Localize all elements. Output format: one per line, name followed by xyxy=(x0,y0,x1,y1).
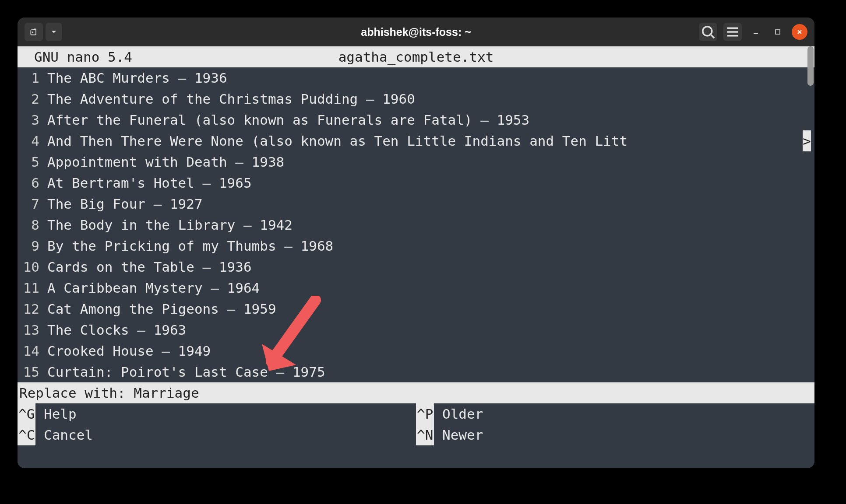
line-number: 14 xyxy=(18,340,39,361)
shortcut-key: ^C xyxy=(18,424,35,445)
line-number: 2 xyxy=(18,88,39,109)
terminal-viewport[interactable]: GNU nano 5.4 agatha_complete.txt 1The AB… xyxy=(18,46,814,468)
nano-header-bar: GNU nano 5.4 agatha_complete.txt xyxy=(18,46,814,67)
menu-button[interactable] xyxy=(723,23,742,41)
editor-line: 5Appointment with Death – 1938 xyxy=(18,151,814,172)
tab-dropdown-button[interactable] xyxy=(46,23,62,41)
editor-area[interactable]: 1The ABC Murders – 1936 2The Adventure o… xyxy=(18,67,814,382)
shortcut-label: Older xyxy=(434,403,483,424)
titlebar-left-controls xyxy=(25,23,62,41)
line-text: A Caribbean Mystery – 1964 xyxy=(39,277,260,298)
line-text: Curtain: Poirot's Last Case – 1975 xyxy=(39,361,325,382)
line-text: Cat Among the Pigeons – 1959 xyxy=(39,298,276,319)
replace-prompt-value: Marriage xyxy=(134,382,199,403)
nano-filename: agatha_complete.txt xyxy=(18,46,814,67)
search-icon xyxy=(699,23,717,41)
line-text: After the Funeral (also known as Funeral… xyxy=(39,109,529,130)
svg-point-1 xyxy=(703,27,712,36)
line-text: The ABC Murders – 1936 xyxy=(39,67,227,88)
line-text: The Big Four – 1927 xyxy=(39,193,203,214)
terminal-window: abhishek@its-foss: ~ xyxy=(18,18,814,468)
line-number: 3 xyxy=(18,109,39,130)
editor-line: 6At Bertram's Hotel – 1965 xyxy=(18,172,814,193)
line-text: The Adventure of the Christmas Pudding –… xyxy=(39,88,415,109)
line-number: 7 xyxy=(18,193,39,214)
hamburger-icon xyxy=(723,23,742,41)
shortcut-cancel: ^C Cancel xyxy=(18,424,416,445)
new-tab-icon xyxy=(29,28,38,36)
editor-line: 9By the Pricking of my Thumbs – 1968 xyxy=(18,235,814,256)
line-number: 5 xyxy=(18,151,39,172)
editor-line: 4And Then There Were None (also known as… xyxy=(18,130,814,151)
line-number: 11 xyxy=(18,277,39,298)
editor-line: 10Cards on the Table – 1936 xyxy=(18,256,814,277)
line-number: 9 xyxy=(18,235,39,256)
maximize-button[interactable] xyxy=(770,24,786,40)
shortcut-label: Newer xyxy=(434,424,483,445)
shortcut-key: ^G xyxy=(18,403,35,424)
editor-line: 7The Big Four – 1927 xyxy=(18,193,814,214)
line-number: 13 xyxy=(18,319,39,340)
line-text: Cards on the Table – 1936 xyxy=(39,256,252,277)
line-number: 1 xyxy=(18,67,39,88)
editor-line: 11A Caribbean Mystery – 1964 xyxy=(18,277,814,298)
shortcut-label: Help xyxy=(35,403,76,424)
shortcut-help: ^G Help xyxy=(18,403,416,424)
svg-rect-2 xyxy=(776,30,780,34)
svg-rect-0 xyxy=(31,30,36,35)
line-number: 8 xyxy=(18,214,39,235)
line-number: 12 xyxy=(18,298,39,319)
editor-line: 13The Clocks – 1963 xyxy=(18,319,814,340)
editor-line: 14Crooked House – 1949 xyxy=(18,340,814,361)
line-number: 6 xyxy=(18,172,39,193)
line-number: 4 xyxy=(18,130,39,151)
titlebar-right-controls xyxy=(699,23,807,41)
minimize-icon xyxy=(752,28,759,35)
close-icon xyxy=(797,29,803,35)
maximize-icon xyxy=(775,29,781,35)
line-text: Appointment with Death – 1938 xyxy=(39,151,284,172)
line-number: 10 xyxy=(18,256,39,277)
line-text: The Body in the Library – 1942 xyxy=(39,214,293,235)
chevron-down-icon xyxy=(49,28,58,36)
line-text: At Bertram's Hotel – 1965 xyxy=(39,172,252,193)
line-text: Crooked House – 1949 xyxy=(39,340,211,361)
close-button[interactable] xyxy=(792,24,807,40)
editor-line: 8The Body in the Library – 1942 xyxy=(18,214,814,235)
editor-line: 3After the Funeral (also known as Funera… xyxy=(18,109,814,130)
editor-line: 12Cat Among the Pigeons – 1959 xyxy=(18,298,814,319)
shortcut-bar: ^G Help ^P Older ^C Cancel ^N Newer xyxy=(18,403,814,445)
line-text: And Then There Were None (also known as … xyxy=(39,130,627,151)
line-number: 15 xyxy=(18,361,39,382)
line-continuation-marker: > xyxy=(803,130,811,151)
replace-prompt-label: Replace with: xyxy=(19,382,134,403)
shortcut-key: ^P xyxy=(416,403,434,424)
editor-line: 15Curtain: Poirot's Last Case – 1975 xyxy=(18,361,814,382)
shortcut-older: ^P Older xyxy=(416,403,814,424)
titlebar: abhishek@its-foss: ~ xyxy=(18,18,814,46)
shortcut-newer: ^N Newer xyxy=(416,424,814,445)
line-text: By the Pricking of my Thumbs – 1968 xyxy=(39,235,333,256)
line-text: The Clocks – 1963 xyxy=(39,319,186,340)
scrollbar-thumb[interactable] xyxy=(807,46,814,86)
minimize-button[interactable] xyxy=(748,24,764,40)
new-tab-button[interactable] xyxy=(25,23,43,41)
window-title: abhishek@its-foss: ~ xyxy=(18,26,814,38)
shortcut-label: Cancel xyxy=(35,424,93,445)
shortcut-key: ^N xyxy=(416,424,434,445)
editor-line: 2The Adventure of the Christmas Pudding … xyxy=(18,88,814,109)
editor-line: 1The ABC Murders – 1936 xyxy=(18,67,814,88)
search-button[interactable] xyxy=(699,23,717,41)
replace-prompt-bar[interactable]: Replace with: Marriage xyxy=(18,382,814,403)
